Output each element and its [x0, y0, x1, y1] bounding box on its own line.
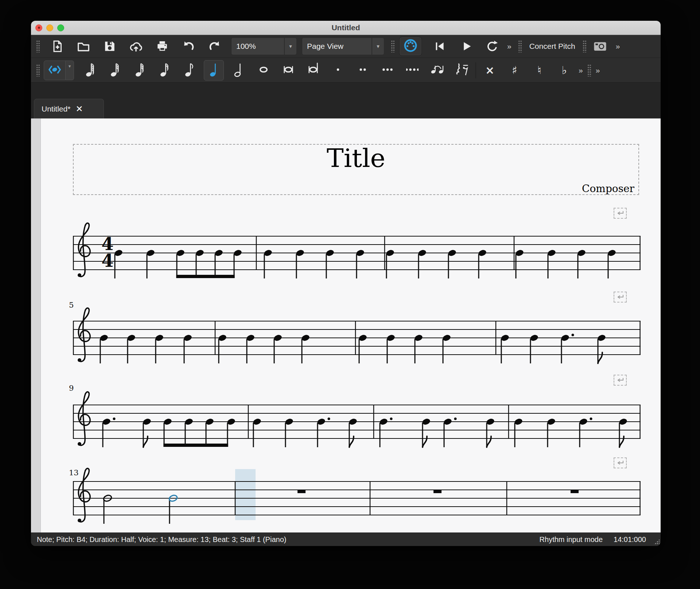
note-b4[interactable]: [142, 418, 152, 447]
print-button[interactable]: [154, 38, 171, 55]
score-composer[interactable]: Composer: [73, 183, 634, 195]
note-b4[interactable]: [385, 249, 395, 278]
flat-button[interactable]: ♭: [554, 60, 574, 81]
toolbar-drag-handle[interactable]: [518, 40, 522, 52]
note-b4[interactable]: [442, 334, 451, 363]
note-b4[interactable]: [183, 334, 192, 363]
open-button[interactable]: [75, 38, 92, 55]
note-b4[interactable]: [163, 418, 172, 447]
treble-clef-icon[interactable]: [78, 223, 90, 277]
time-signature[interactable]: 4: [101, 250, 113, 271]
toolbar-overflow-chevron[interactable]: »: [595, 66, 600, 75]
note-b4[interactable]: [547, 249, 556, 278]
note-b4[interactable]: [358, 334, 368, 363]
note-b4[interactable]: [447, 249, 457, 278]
note-b4[interactable]: [184, 418, 194, 447]
note-b4[interactable]: [127, 334, 136, 363]
note-breve-button[interactable]: [278, 60, 298, 81]
redo-button[interactable]: [206, 38, 223, 55]
note-b4[interactable]: [246, 334, 255, 363]
augmentation-dot-button[interactable]: [328, 60, 348, 81]
whole-rest[interactable]: [433, 490, 442, 493]
note-b4[interactable]: [514, 418, 523, 447]
quadruple-dot-button[interactable]: [402, 60, 422, 81]
note-input-dropdown-arrow[interactable]: ▾: [66, 61, 74, 80]
note-b4[interactable]: [273, 334, 283, 363]
score-view[interactable]: Title Composer 445913: [31, 118, 661, 533]
note-b4[interactable]: [386, 334, 396, 363]
rest-button[interactable]: [452, 60, 472, 81]
save-button[interactable]: [101, 38, 118, 55]
tie-button[interactable]: [427, 60, 447, 81]
note-b4[interactable]: [295, 249, 305, 278]
note-b4[interactable]: [607, 249, 617, 278]
toolbar-drag-handle[interactable]: [583, 40, 587, 52]
note-b4[interactable]: [500, 334, 510, 363]
toolbar-overflow-chevron[interactable]: »: [506, 42, 512, 51]
note-128th-button[interactable]: [80, 60, 100, 81]
note-b4[interactable]: [325, 249, 335, 278]
toolbar-drag-handle[interactable]: [36, 64, 40, 77]
toolbar-overflow-chevron[interactable]: »: [578, 66, 583, 75]
triple-dot-button[interactable]: [377, 60, 397, 81]
minimize-button[interactable]: [46, 24, 53, 31]
note-b4[interactable]: [547, 418, 556, 447]
treble-clef-icon[interactable]: [78, 308, 90, 362]
note-32nd-button[interactable]: [129, 60, 149, 81]
zoom-select[interactable]: 100%▾: [231, 38, 297, 55]
double-dot-button[interactable]: [353, 60, 373, 81]
note-b4[interactable]: [233, 249, 242, 278]
note-longa-button[interactable]: [303, 60, 323, 81]
toolbar-drag-handle[interactable]: [391, 40, 395, 52]
midi-button[interactable]: [399, 37, 422, 56]
note-b4[interactable]: [226, 418, 236, 447]
note-b4[interactable]: [355, 249, 365, 278]
note-b4[interactable]: [284, 418, 294, 447]
note-b4[interactable]: [214, 249, 223, 278]
tab-untitled[interactable]: Untitled* ✕: [34, 99, 104, 118]
close-button[interactable]: [35, 24, 42, 31]
note-b4[interactable]: [195, 249, 205, 278]
toolbar-drag-handle[interactable]: [36, 40, 40, 52]
whole-rest[interactable]: [298, 490, 306, 493]
note-b4[interactable]: [618, 418, 628, 447]
cloud-upload-button[interactable]: [128, 38, 144, 55]
note-b4[interactable]: [597, 334, 606, 363]
note-b4[interactable]: [252, 418, 262, 447]
note-b4[interactable]: [103, 494, 112, 524]
note-b4[interactable]: [417, 249, 427, 278]
note-b4[interactable]: [478, 249, 487, 278]
toolbar-drag-handle[interactable]: [587, 64, 591, 77]
natural-button[interactable]: ♮: [529, 60, 549, 81]
note-b4[interactable]: [529, 334, 539, 363]
note-whole-button[interactable]: [253, 60, 273, 81]
double-sharp-button[interactable]: ×: [480, 60, 500, 81]
note-b4[interactable]: [263, 249, 273, 278]
score-title[interactable]: Title: [73, 145, 639, 171]
note-b4[interactable]: [515, 249, 524, 278]
note-b4[interactable]: [205, 418, 214, 447]
note-half-button[interactable]: [229, 60, 249, 81]
treble-clef-icon[interactable]: [78, 468, 90, 522]
note-64th-button[interactable]: [105, 60, 125, 81]
note-b4[interactable]: [421, 418, 431, 447]
loop-button[interactable]: [484, 38, 501, 55]
titlebar[interactable]: Untitled: [31, 21, 661, 35]
chevron-down-icon[interactable]: ▾: [284, 38, 296, 55]
note-input-mode-button[interactable]: [44, 61, 66, 80]
treble-clef-icon[interactable]: [78, 392, 90, 446]
note-eighth-button[interactable]: [179, 60, 199, 81]
new-score-button[interactable]: [49, 38, 66, 55]
rewind-button[interactable]: [431, 38, 448, 55]
whole-rest[interactable]: [571, 490, 579, 493]
note-b4[interactable]: [218, 334, 227, 363]
note-16th-button[interactable]: [154, 60, 174, 81]
note-quarter-button[interactable]: [204, 60, 224, 81]
camera-button[interactable]: [592, 38, 608, 55]
note-b4[interactable]: [348, 418, 358, 447]
note-b4[interactable]: [577, 249, 586, 278]
chevron-down-icon[interactable]: ▾: [372, 38, 384, 55]
resize-grip[interactable]: [653, 539, 660, 545]
tab-close-icon[interactable]: ✕: [75, 105, 83, 113]
note-b4[interactable]: [414, 334, 423, 363]
